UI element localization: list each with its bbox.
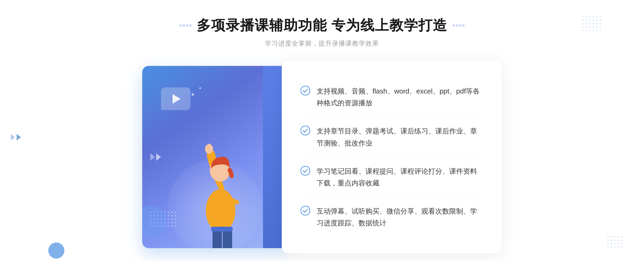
feature-item-3: 学习笔记回看、课程提问、课程评论打分、课件资料下载，重点内容收藏 <box>301 157 483 197</box>
bg-dots-bottom-right <box>607 236 623 248</box>
title-decorator-right <box>453 24 464 27</box>
features-panel: 支持视频、音频、flash、word、excel、ppt、pdf等各种格式的资源… <box>282 61 502 253</box>
check-icon-2 <box>301 126 310 135</box>
check-icon-3 <box>301 166 310 176</box>
svg-point-9 <box>301 86 310 95</box>
check-icon-4 <box>301 206 310 215</box>
left-chevron-decoration <box>11 134 21 140</box>
card-chevrons <box>150 153 161 161</box>
feature-item-4: 互动弹幕、试听购买、微信分享、观看次数限制、学习进度跟踪、数据统计 <box>301 197 483 237</box>
sparkle-icon-2: ✦ <box>199 86 202 90</box>
page-subtitle: 学习进度全掌握，提升录播课教学效果 <box>180 39 464 48</box>
svg-point-11 <box>301 166 310 175</box>
feature-text-3: 学习笔记回看、课程提问、课程评论打分、课件资料下载，重点内容收藏 <box>317 165 483 189</box>
svg-point-10 <box>301 126 310 135</box>
title-row: 多项录播课辅助功能 专为线上教学打造 <box>180 16 464 35</box>
svg-rect-8 <box>211 227 233 232</box>
svg-rect-2 <box>208 144 210 150</box>
feature-text-4: 互动弹幕、试听购买、微信分享、观看次数限制、学习进度跟踪、数据统计 <box>317 205 483 229</box>
illustration-card: ✦ ✦ <box>142 66 287 248</box>
play-triangle-icon <box>173 94 181 104</box>
card-circle-deco <box>142 205 166 237</box>
svg-point-0 <box>206 189 235 232</box>
feature-text-1: 支持视频、音频、flash、word、excel、ppt、pdf等各种格式的资源… <box>317 85 483 109</box>
page-title: 多项录播课辅助功能 专为线上教学打造 <box>197 16 447 35</box>
bottom-left-circle <box>48 243 64 259</box>
title-decorator-left <box>180 24 191 27</box>
header-section: 多项录播课辅助功能 专为线上教学打造 学习进度全掌握，提升录播课教学效果 <box>180 16 464 48</box>
bg-dots-top-right <box>582 16 601 31</box>
main-content: ✦ ✦ <box>134 61 510 253</box>
page-wrapper: 多项录播课辅助功能 专为线上教学打造 学习进度全掌握，提升录播课教学效果 ✦ <box>0 0 644 261</box>
feature-item-2: 支持章节目录、弹题考试、课后练习、课后作业、章节测验、批改作业 <box>301 117 483 157</box>
svg-rect-5 <box>223 229 232 248</box>
feature-item-1: 支持视频、音频、flash、word、excel、ppt、pdf等各种格式的资源… <box>301 77 483 117</box>
sparkle-icon-1: ✦ <box>191 91 195 98</box>
person-illustration <box>180 98 266 248</box>
feature-text-2: 支持章节目录、弹题考试、课后练习、课后作业、章节测验、批改作业 <box>317 125 483 149</box>
svg-point-12 <box>301 206 310 215</box>
check-icon-1 <box>301 86 310 95</box>
svg-rect-4 <box>213 229 222 248</box>
